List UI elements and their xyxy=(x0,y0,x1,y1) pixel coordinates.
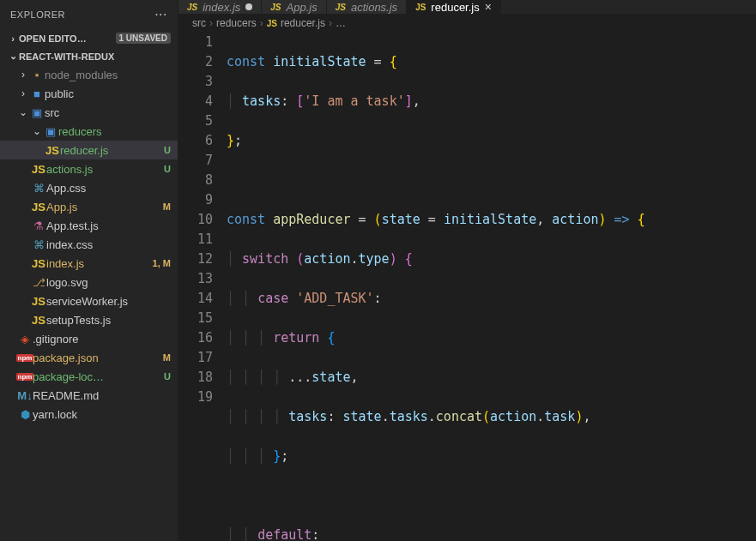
folder-icon: ▪ xyxy=(29,69,45,81)
line-number: 14 xyxy=(178,289,213,309)
explorer-title: EXPLORER xyxy=(10,9,65,20)
chevron-right-icon: › xyxy=(329,17,332,29)
git-icon: ◈ xyxy=(17,333,33,346)
breadcrumb-ellipsis[interactable]: … xyxy=(336,17,346,29)
tree-label: package-loc… xyxy=(33,370,160,383)
chevron-right-icon: › xyxy=(17,69,29,81)
tab-index-js[interactable]: JS index.js xyxy=(178,0,262,14)
tab-label: index.js xyxy=(203,1,240,14)
test-icon: ⚗ xyxy=(31,219,46,232)
line-number: 17 xyxy=(178,348,213,368)
project-section[interactable]: ⌄ REACT-WITH-REDUX xyxy=(0,47,178,65)
tree-file-index-css[interactable]: ⌘ index.css xyxy=(0,235,178,254)
tab-bar: JS index.js JS App.js JS actions.js JS r… xyxy=(178,0,756,14)
breadcrumb-item[interactable]: src xyxy=(192,17,206,29)
line-number: 1 xyxy=(178,33,213,52)
js-icon: JS xyxy=(31,257,46,270)
tree-folder-public[interactable]: › ■ public xyxy=(0,84,178,103)
chevron-right-icon: › xyxy=(209,17,213,29)
chevron-right-icon: › xyxy=(260,17,263,29)
chevron-down-icon: ⌄ xyxy=(31,125,43,137)
tree-label: actions.js xyxy=(46,163,160,176)
unsaved-badge: 1 UNSAVED xyxy=(116,33,172,44)
tree-label: logo.svg xyxy=(46,276,171,289)
line-number: 9 xyxy=(178,190,213,210)
tree-file-package-json[interactable]: npm package.json M xyxy=(0,348,178,367)
npm-icon: npm xyxy=(17,373,33,381)
line-number: 2 xyxy=(178,52,213,72)
tree-label: public xyxy=(45,87,171,100)
tree-label: serviceWorker.js xyxy=(46,295,171,308)
tree-file-index-js[interactable]: JS index.js 1, M xyxy=(0,254,178,273)
close-icon[interactable]: × xyxy=(485,0,492,14)
js-icon: JS xyxy=(31,314,46,327)
tree-file-logo-svg[interactable]: ⎇ logo.svg xyxy=(0,273,178,292)
tree-file-app-css[interactable]: ⌘ App.css xyxy=(0,178,178,197)
svg-icon: ⎇ xyxy=(31,276,46,289)
open-editors-section[interactable]: › OPEN EDITO… 1 UNSAVED xyxy=(0,29,178,47)
git-status: U xyxy=(164,145,171,155)
tree-file-gitignore[interactable]: ◈ .gitignore xyxy=(0,329,178,348)
tab-app-js[interactable]: JS App.js xyxy=(262,0,326,14)
code-editor[interactable]: 1 2 3 4 5 6 7 8 9 10 11 12 13 14 15 16 1… xyxy=(178,33,756,541)
folder-icon: ■ xyxy=(29,87,45,100)
tree-file-package-lock[interactable]: npm package-loc… U xyxy=(0,367,178,386)
tree-label: .gitignore xyxy=(33,333,171,346)
npm-icon: npm xyxy=(17,354,33,362)
tree-file-app-test-js[interactable]: ⚗ App.test.js xyxy=(0,216,178,235)
breadcrumb-item[interactable]: reducers xyxy=(216,17,257,29)
breadcrumb-item[interactable]: reducer.js xyxy=(281,17,325,29)
markdown-icon: M↓ xyxy=(17,389,33,402)
tree-file-serviceworker-js[interactable]: JS serviceWorker.js xyxy=(0,292,178,310)
tree-folder-src[interactable]: ⌄ ▣ src xyxy=(0,103,178,122)
line-number: 16 xyxy=(178,328,213,348)
tree-label: setupTests.js xyxy=(46,314,171,327)
open-editors-label: OPEN EDITO… xyxy=(19,33,87,44)
line-number: 4 xyxy=(178,92,213,111)
more-icon[interactable]: ··· xyxy=(154,7,167,22)
git-status: U xyxy=(164,164,171,174)
tree-file-actions-js[interactable]: JS actions.js U xyxy=(0,159,178,178)
js-icon: JS xyxy=(31,295,46,308)
line-number: 5 xyxy=(178,111,213,131)
project-name: REACT-WITH-REDUX xyxy=(19,51,114,62)
js-icon: JS xyxy=(31,163,46,176)
tree-label: App.css xyxy=(46,182,171,195)
tree-file-yarn-lock[interactable]: ⬢ yarn.lock xyxy=(0,405,178,424)
js-icon: JS xyxy=(415,3,426,12)
tree-file-setuptests-js[interactable]: JS setupTests.js xyxy=(0,310,178,329)
code-content[interactable]: const initialState = { │ tasks: ['I am a… xyxy=(227,33,756,541)
tree-label: index.js xyxy=(46,257,149,270)
tree-folder-node-modules[interactable]: › ▪ node_modules xyxy=(0,65,178,84)
dirty-indicator-icon xyxy=(245,3,252,10)
css-icon: ⌘ xyxy=(31,238,46,251)
tree-label: index.css xyxy=(46,238,171,251)
git-status: M xyxy=(163,352,171,363)
tree-folder-reducers[interactable]: ⌄ ▣ reducers xyxy=(0,122,178,141)
line-number: 18 xyxy=(178,368,213,388)
line-gutter: 1 2 3 4 5 6 7 8 9 10 11 12 13 14 15 16 1… xyxy=(178,33,227,541)
tree-label: README.md xyxy=(33,389,171,402)
tab-label: actions.js xyxy=(351,1,397,14)
line-number: 6 xyxy=(178,131,213,151)
tab-reducer-js[interactable]: JS reducer.js × xyxy=(407,0,501,14)
css-icon: ⌘ xyxy=(31,182,46,195)
tab-actions-js[interactable]: JS actions.js xyxy=(327,0,407,14)
tree-label: App.test.js xyxy=(46,219,171,232)
folder-open-icon: ▣ xyxy=(43,125,58,138)
chevron-right-icon: › xyxy=(7,33,19,44)
yarn-icon: ⬢ xyxy=(17,408,33,421)
breadcrumbs[interactable]: src › reducers › JS reducer.js › … xyxy=(178,14,756,33)
git-status: 1, M xyxy=(153,258,171,268)
js-icon: JS xyxy=(336,3,346,12)
js-icon: JS xyxy=(187,3,197,12)
tree-file-reducer-js[interactable]: JS reducer.js U xyxy=(0,141,178,159)
tree-file-app-js[interactable]: JS App.js M xyxy=(0,197,178,216)
chevron-down-icon: ⌄ xyxy=(7,51,19,62)
tree-label: src xyxy=(45,106,167,119)
explorer-header: EXPLORER ··· xyxy=(0,0,178,29)
tree-file-readme[interactable]: M↓ README.md xyxy=(0,386,178,405)
line-number: 15 xyxy=(178,309,213,328)
js-icon: JS xyxy=(31,201,46,213)
line-number: 8 xyxy=(178,171,213,190)
